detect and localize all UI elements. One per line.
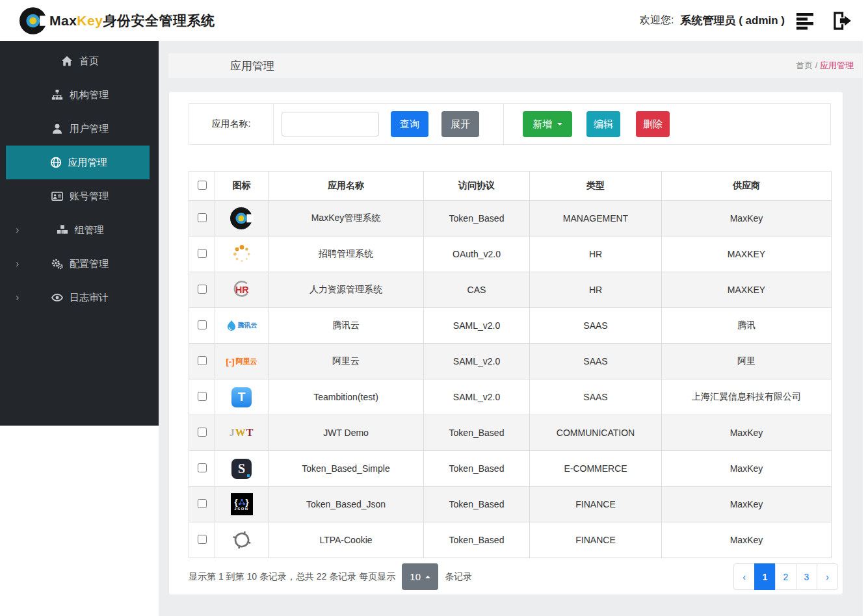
search-toolbar: 应用名称: 查询 展开 新增 编辑 删除 <box>189 103 831 145</box>
sidebar-item-label: 用户管理 <box>70 123 109 135</box>
app-name-input[interactable] <box>282 112 379 136</box>
delete-button[interactable]: 删除 <box>636 111 670 137</box>
row-checkbox[interactable] <box>198 428 207 437</box>
caret-up-icon <box>425 576 430 578</box>
list-view-icon[interactable] <box>793 8 820 34</box>
row-checkbox[interactable] <box>198 392 207 401</box>
app-icon-cell: 腾讯云 <box>215 308 269 344</box>
page-button-1[interactable]: 1 <box>754 563 776 590</box>
next-page-button[interactable]: › <box>817 563 838 590</box>
table-row[interactable]: 招聘管理系统OAuth_v2.0HRMAXKEY <box>189 237 832 272</box>
vendor-cell: MaxKey <box>662 487 832 522</box>
table-row[interactable]: {}JSONToken_Based_JsonToken_BasedFINANCE… <box>189 487 832 522</box>
breadcrumb-current[interactable]: 应用管理 <box>820 60 854 70</box>
column-header: 应用名称 <box>269 172 424 201</box>
user-icon <box>50 123 64 135</box>
sidebar-item-label: 应用管理 <box>68 157 107 169</box>
sidebar-item-group[interactable]: ›组管理 <box>0 213 159 247</box>
row-select-cell <box>189 522 215 558</box>
content-card: 应用名称: 查询 展开 新增 编辑 删除 图标应用名称访问协议类型供应商 Max… <box>168 91 843 595</box>
maxkey-logo-icon <box>20 6 48 35</box>
table-row[interactable]: JWTJWT DemoToken_BasedCOMMUNICATIONMaxKe… <box>189 415 832 451</box>
sidebar-item-app[interactable]: 应用管理 <box>6 146 150 179</box>
sidebar-item-label: 机构管理 <box>70 89 109 101</box>
row-checkbox[interactable] <box>198 320 207 329</box>
table-row[interactable]: TTeambition(test)SAML_v2.0SAAS上海汇翼信息科技有限… <box>189 379 832 415</box>
current-user: 系统管理员 ( admin ) <box>680 13 785 28</box>
page-button-3[interactable]: 3 <box>796 563 817 590</box>
protocol-cell: SAML_v2.0 <box>424 379 530 415</box>
page-title: 应用管理 <box>230 58 274 73</box>
table-row[interactable]: LTPA-CookieToken_BasedFINANCEMaxKey <box>189 522 832 558</box>
row-checkbox[interactable] <box>198 463 207 472</box>
sidebar-item-audit[interactable]: ›日志审计 <box>0 281 159 314</box>
vendor-cell: 腾讯 <box>662 308 832 344</box>
expand-button[interactable]: 展开 <box>441 111 479 137</box>
app-name-label: 应用名称: <box>189 104 274 144</box>
type-cell: SAAS <box>530 308 662 344</box>
row-select-cell <box>189 487 215 522</box>
column-header: 供应商 <box>662 172 832 201</box>
home-icon <box>60 55 74 67</box>
breadcrumb-home-link[interactable]: 首页 <box>796 60 813 70</box>
prev-page-button[interactable]: ‹ <box>733 563 755 590</box>
main-area: 应用管理 首页 / 应用管理 应用名称: 查询 展开 新增 编辑 删除 图标应用… <box>159 41 863 616</box>
svg-text:HR: HR <box>235 285 248 295</box>
hr-logo-icon: HR <box>230 278 254 302</box>
type-cell: HR <box>530 237 662 272</box>
row-select-cell <box>189 272 215 308</box>
page-button-2[interactable]: 2 <box>775 563 796 590</box>
records-unit-text: 条记录 <box>445 571 472 583</box>
table-row[interactable]: [-]阿里云阿里云SAML_v2.0SAAS阿里 <box>189 344 832 379</box>
eye-icon <box>50 292 64 303</box>
chevron-right-icon: › <box>16 258 19 270</box>
table-row[interactable]: 腾讯云腾讯云SAML_v2.0SAAS腾讯 <box>189 308 832 344</box>
row-checkbox[interactable] <box>198 499 207 508</box>
vendor-cell: MaxKey <box>662 451 832 487</box>
sidebar-menu: 首页机构管理用户管理应用管理账号管理›组管理›配置管理›日志审计 <box>0 41 159 426</box>
app-icon-cell: HR <box>215 272 269 308</box>
row-select-cell <box>189 415 215 451</box>
sidebar-item-user[interactable]: 用户管理 <box>0 112 159 146</box>
add-button[interactable]: 新增 <box>523 111 572 137</box>
app-name-cell: MaxKey管理系统 <box>269 201 424 237</box>
row-checkbox[interactable] <box>198 213 207 222</box>
edit-button[interactable]: 编辑 <box>586 111 620 137</box>
app-name-cell: 人力资源管理系统 <box>269 272 424 308</box>
breadcrumb-separator: / <box>813 60 820 70</box>
aliyun-icon: [-]阿里云 <box>226 357 257 366</box>
pagination-info: 显示第 1 到第 10 条记录，总共 22 条记录 每页显示 10 条记录 <box>189 563 472 590</box>
type-cell: COMMUNICATION <box>530 415 662 451</box>
row-checkbox[interactable] <box>198 249 207 258</box>
table-row[interactable]: SToken_Based_SimpleToken_BasedE-COMMERCE… <box>189 451 832 487</box>
vendor-cell: MAXKEY <box>662 237 832 272</box>
app-name-cell: 阿里云 <box>269 344 424 379</box>
app-name-cell: 招聘管理系统 <box>269 237 424 272</box>
row-checkbox[interactable] <box>198 356 207 365</box>
sidebar-item-org[interactable]: 机构管理 <box>0 78 159 112</box>
table-row[interactable]: HR人力资源管理系统CASHRMAXKEY <box>189 272 832 308</box>
select-all-checkbox[interactable] <box>198 181 207 190</box>
table-body: MaxKey管理系统Token_BasedMANAGEMENTMaxKey招聘管… <box>189 201 832 558</box>
app-icon-cell: [-]阿里云 <box>215 344 269 379</box>
query-button[interactable]: 查询 <box>391 111 428 137</box>
sidebar-item-label: 日志审计 <box>70 292 109 304</box>
row-checkbox[interactable] <box>198 535 207 544</box>
column-header: 类型 <box>530 172 662 201</box>
chevron-right-icon: › <box>16 224 19 236</box>
logout-icon[interactable] <box>828 8 855 34</box>
vendor-cell: MaxKey <box>662 415 832 451</box>
spinner-icon <box>230 242 254 266</box>
page-size-dropdown[interactable]: 10 <box>402 563 438 590</box>
sidebar-item-account[interactable]: 账号管理 <box>0 179 159 213</box>
table-row[interactable]: MaxKey管理系统Token_BasedMANAGEMENTMaxKey <box>189 201 832 237</box>
type-cell: FINANCE <box>530 487 662 522</box>
app-name-cell: Teambition(test) <box>269 379 424 415</box>
brand: MaxKey身份安全管理系统 <box>20 6 215 35</box>
sidebar-item-home[interactable]: 首页 <box>0 44 159 78</box>
type-cell: SAAS <box>530 379 662 415</box>
sidebar-item-config[interactable]: ›配置管理 <box>0 247 159 281</box>
sidebar-item-label: 首页 <box>79 55 99 68</box>
row-select-cell <box>189 451 215 487</box>
row-checkbox[interactable] <box>198 285 207 294</box>
